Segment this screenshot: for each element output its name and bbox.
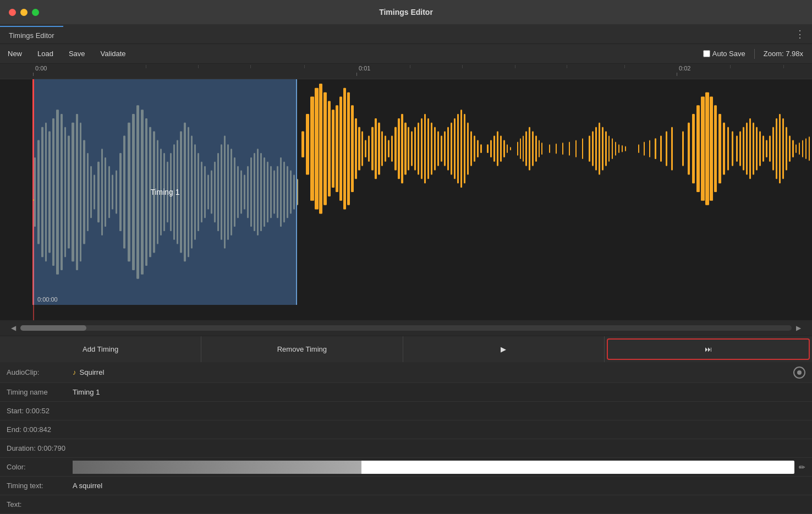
text-row: Text: (0, 495, 812, 514)
tab-timings-editor[interactable]: Timings Editor (0, 26, 63, 43)
svg-rect-195 (776, 118, 777, 179)
svg-rect-148 (562, 143, 563, 155)
svg-rect-176 (705, 92, 709, 205)
scroll-left-arrow[interactable]: ◀ (9, 324, 18, 332)
save-button[interactable]: Save (61, 44, 93, 63)
svg-rect-103 (401, 114, 403, 183)
properties-panel: AudioClip: ♪ Squirrel Timing name Start:… (0, 362, 812, 514)
audioclip-value: ♪ Squirrel (73, 368, 793, 376)
color-value (73, 461, 794, 474)
maximize-button[interactable] (32, 9, 39, 16)
timing-region[interactable]: Timing 1 0:00:00 (33, 79, 297, 305)
minimize-button[interactable] (20, 9, 28, 16)
start-label: Start: 0:00:52 (7, 407, 73, 415)
timing-text-row: Timing text: (0, 477, 812, 495)
svg-rect-159 (612, 138, 613, 159)
toolbar: New Load Save Validate Auto Save Zoom: 7… (0, 44, 812, 64)
text-label: Text: (7, 500, 73, 508)
timing-text-label: Timing text: (7, 482, 73, 490)
ruler-subtick-2 (198, 64, 199, 68)
text-input[interactable] (73, 500, 805, 508)
record-button[interactable] (793, 367, 805, 379)
svg-rect-110 (424, 114, 426, 183)
svg-rect-184 (739, 132, 741, 166)
timing-text-input[interactable] (73, 482, 805, 490)
svg-rect-182 (732, 132, 733, 166)
play-button[interactable]: ▶ (403, 336, 605, 362)
new-button[interactable]: New (0, 44, 30, 63)
ruler-subtick-8 (567, 64, 567, 68)
svg-rect-188 (753, 123, 754, 175)
ruler-subtick-7 (515, 64, 515, 68)
svg-rect-205 (809, 136, 810, 161)
svg-rect-200 (792, 140, 794, 157)
svg-rect-108 (418, 123, 419, 175)
svg-rect-105 (408, 127, 409, 171)
svg-rect-113 (434, 127, 436, 171)
svg-rect-116 (444, 132, 446, 166)
waveform-container: 0:00 0:01 0:02 Timing 1 0:00: (0, 64, 812, 336)
auto-save-input[interactable] (703, 50, 710, 57)
auto-save-checkbox[interactable]: Auto Save (703, 50, 745, 58)
svg-rect-88 (351, 105, 354, 192)
svg-rect-161 (618, 144, 619, 153)
svg-rect-142 (532, 132, 534, 166)
svg-rect-168 (660, 136, 662, 162)
svg-rect-115 (441, 136, 442, 162)
svg-rect-104 (404, 123, 407, 175)
window-title: Timings Editor (379, 8, 433, 17)
load-button[interactable]: Load (30, 44, 61, 63)
svg-rect-177 (710, 97, 713, 201)
controls-bar: Add Timing Remove Timing ▶ ⏭ (0, 336, 812, 362)
skip-button[interactable]: ⏭ (607, 338, 810, 360)
timing-name-input[interactable] (73, 388, 805, 396)
ruler-subtick-3 (250, 64, 251, 68)
svg-rect-109 (421, 118, 423, 179)
svg-rect-204 (805, 138, 806, 159)
svg-rect-93 (368, 136, 370, 162)
add-timing-button[interactable]: Add Timing (0, 336, 201, 362)
ruler-tick-1: 0:01 (356, 64, 370, 76)
svg-rect-146 (549, 144, 550, 153)
audioclip-text: Squirrel (80, 368, 105, 376)
svg-rect-194 (772, 127, 774, 171)
ruler-subtick-1 (146, 64, 146, 68)
timing-timestamp: 0:00:00 (37, 296, 58, 303)
scrollbar-track[interactable] (20, 325, 792, 331)
svg-rect-131 (493, 136, 495, 162)
title-bar: Timings Editor (0, 0, 812, 24)
color-edit-icon[interactable]: ✏ (799, 463, 805, 472)
svg-rect-180 (723, 123, 725, 175)
ruler-subtick-4 (304, 64, 305, 68)
svg-rect-121 (460, 110, 462, 188)
ruler-tick-2: 0:02 (677, 64, 690, 76)
scrollbar-thumb[interactable] (20, 325, 86, 331)
waveform-viewport[interactable]: Timing 1 0:00:00 (0, 79, 812, 320)
start-row: Start: 0:00:52 (0, 402, 812, 420)
color-swatch[interactable] (73, 461, 794, 474)
svg-rect-86 (343, 88, 346, 210)
svg-rect-170 (671, 127, 673, 171)
ruler-tick-0: 0:00 (33, 64, 47, 76)
svg-rect-156 (602, 127, 603, 171)
svg-rect-167 (655, 138, 656, 159)
tab-more-button[interactable]: ⋮ (795, 28, 805, 40)
ruler-line-1 (356, 73, 357, 76)
svg-rect-133 (500, 136, 502, 162)
scroll-right-arrow[interactable]: ▶ (794, 324, 803, 332)
svg-rect-96 (378, 123, 380, 175)
remove-timing-button[interactable]: Remove Timing (201, 336, 403, 362)
svg-rect-114 (437, 132, 439, 166)
toolbar-right: Auto Save Zoom: 7.98x (703, 49, 812, 59)
svg-rect-120 (457, 114, 459, 183)
svg-rect-157 (605, 132, 607, 166)
svg-rect-165 (644, 142, 645, 156)
validate-button[interactable]: Validate (93, 44, 134, 63)
svg-rect-166 (649, 140, 650, 157)
svg-rect-90 (358, 127, 360, 171)
duration-label: Duration: 0:00:790 (7, 444, 73, 452)
color-gradient (73, 461, 361, 474)
close-button[interactable] (9, 9, 16, 16)
text-value (73, 500, 805, 508)
svg-rect-123 (467, 123, 469, 175)
